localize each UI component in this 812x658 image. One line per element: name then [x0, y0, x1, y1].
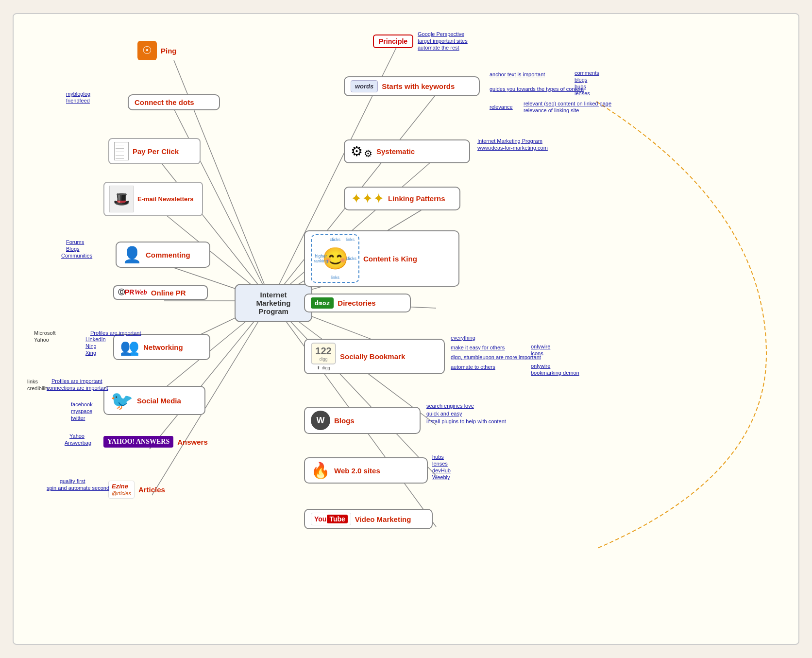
linking-label: Linking Patterns: [388, 194, 445, 203]
socially-node: 122 digg ⬆ digg Socially Bookmark: [304, 339, 445, 374]
make-easy-link[interactable]: make it easy for others: [451, 345, 505, 350]
ideas-marketing-link[interactable]: www.ideas-for-marketing.com: [477, 145, 548, 151]
spin-automate-link[interactable]: spin and automate second: [47, 485, 109, 491]
youtube-logo: You Tube: [311, 513, 351, 525]
forums-link[interactable]: Forums: [66, 239, 84, 245]
principle-node: Principle: [373, 35, 413, 48]
connections-link[interactable]: connections are important: [47, 385, 108, 391]
ppc-doc-icon: ────────────────────: [114, 142, 129, 160]
imarketing-link[interactable]: Internet Marketing Program: [477, 138, 542, 144]
mind-map: Internet Marketing Program ☉ Ping Connec…: [13, 13, 799, 645]
credibility-text: credibility: [27, 385, 50, 391]
search-engines-love-link[interactable]: search engines love: [426, 403, 474, 409]
ppc-label: Pay Per Click: [133, 147, 179, 156]
communities-link[interactable]: Communities: [61, 253, 92, 259]
myspace-link[interactable]: myspace: [71, 408, 92, 414]
automate-others-link[interactable]: automate to others: [451, 364, 495, 370]
ning-link[interactable]: Ning: [85, 343, 97, 349]
web20-label: Web 2.0 sites: [334, 467, 380, 475]
social-label: Social Media: [137, 397, 181, 405]
yahoo-answers-logo: YAHOO! ANSWERS: [103, 436, 173, 448]
commenting-person-icon: 👤: [122, 245, 142, 264]
digg-brand: digg: [314, 357, 333, 362]
directories-label: Directories: [338, 299, 375, 307]
bookmarking-demon-link[interactable]: bookmarking demon: [531, 370, 579, 376]
dmoz-icon: dmoz: [311, 297, 334, 309]
linkedin-link[interactable]: LinkedIn: [85, 336, 106, 342]
onlinepr-node: ⒸPRWeb Online PR: [113, 285, 208, 300]
keywords-icon: words: [351, 80, 378, 92]
relevance-linking-link[interactable]: relevance of linking site: [524, 107, 579, 113]
weebly-link[interactable]: Weebly: [432, 474, 450, 480]
answers-label: Answers: [177, 438, 208, 446]
automate-rest-link[interactable]: automate the rest: [418, 45, 459, 51]
connect-label: Connect the dots: [135, 98, 194, 106]
hubs-link[interactable]: hubs: [575, 84, 586, 89]
video-label: Video Marketing: [355, 515, 411, 523]
everything-link[interactable]: everything: [451, 335, 475, 341]
networking-node: 👥 Networking: [113, 334, 210, 360]
email-label: E-mail Newsletters: [137, 195, 194, 203]
articles-label: Articles: [138, 485, 165, 494]
svg-line-2: [157, 157, 271, 301]
lenses-web20-link[interactable]: lenses: [432, 461, 448, 467]
lenses-link[interactable]: lenses: [575, 90, 590, 96]
twitter-link[interactable]: twitter: [71, 415, 85, 421]
networking-people-icon: 👥: [120, 338, 139, 356]
blogs-comm-link[interactable]: Blogs: [66, 246, 80, 252]
profiles-net-link[interactable]: Profiles are important: [90, 330, 141, 336]
xing-link[interactable]: Xing: [85, 350, 96, 356]
principle-label: Principle: [379, 37, 407, 45]
relevance-text[interactable]: relevance: [490, 104, 513, 110]
digg-number: 122: [314, 346, 333, 357]
links-top-label: links: [346, 237, 355, 242]
blogs-node: W Blogs: [304, 407, 421, 434]
digg-count-box: 122 digg: [311, 343, 336, 364]
socially-label: Socially Bookmark: [340, 352, 405, 361]
blogs-kw-link[interactable]: blogs: [575, 77, 587, 83]
ping-node: ☉ Ping: [137, 41, 177, 60]
web20-node: 🔥 Web 2.0 sites: [304, 457, 428, 484]
content-smiley-box: clicks links 😊 links higherranking click…: [311, 234, 359, 283]
connect-node: Connect the dots: [128, 94, 220, 110]
keywords-node: words Starts with keywords: [344, 76, 480, 96]
social-node: 🐦 Social Media: [103, 386, 205, 415]
answerbag-link[interactable]: Answerbag: [65, 440, 91, 446]
icons-link[interactable]: icons: [531, 350, 543, 356]
target-sites-link[interactable]: target important sites: [418, 38, 468, 44]
onlywire1-link[interactable]: onlywire: [531, 344, 550, 349]
onlywire2-link[interactable]: onlywire: [531, 363, 550, 369]
comments-link[interactable]: comments: [575, 70, 599, 76]
svg-line-18: [271, 301, 436, 476]
hubs-web20-link[interactable]: hubs: [432, 454, 444, 460]
google-perspective-link[interactable]: Google Perspective: [418, 31, 464, 37]
microsoft-text: Microsoft: [34, 330, 56, 336]
gear1-icon: ⚙: [351, 143, 363, 159]
guides-types-link[interactable]: guides you towards the types of content: [490, 86, 584, 92]
email-photo-icon: 🎩: [109, 186, 134, 212]
youtube-tube-box: Tube: [327, 515, 347, 523]
quality-first-link[interactable]: quality first: [60, 478, 85, 484]
devhub-link[interactable]: devHub: [432, 468, 451, 473]
video-node: You Tube Video Marketing: [304, 509, 433, 529]
clicks-top-label: clicks: [330, 237, 340, 242]
facebook-link[interactable]: facebook: [71, 401, 93, 407]
center-node: Internet Marketing Program: [235, 284, 312, 322]
rss-icon: ☉: [137, 41, 157, 60]
profiles-social-link[interactable]: Profiles are important: [51, 378, 102, 384]
friendfeed-link[interactable]: friendfeed: [66, 98, 90, 104]
gears-icon: ⚙ ⚙: [351, 143, 372, 159]
install-plugins-link[interactable]: install plugins to help with content: [426, 418, 506, 424]
yahoo-ans-link[interactable]: Yahoo: [69, 433, 85, 439]
yahoo-net-text: Yahoo: [34, 337, 49, 343]
anchor-text-link[interactable]: anchor text is important: [490, 71, 545, 77]
gear2-icon: ⚙: [364, 148, 372, 159]
relevant-seo-link[interactable]: relevant (seo) content on linked page: [524, 101, 611, 106]
systematic-node: ⚙ ⚙ Systematic: [344, 139, 470, 163]
digg-stumble-link[interactable]: digg, stumbleupon are more important: [451, 354, 541, 360]
prweb-logo: ⒸPRWeb: [118, 288, 147, 297]
mybloglog-link[interactable]: mybloglog: [66, 91, 90, 97]
youtube-you-text: You: [314, 515, 326, 523]
wordpress-icon: W: [311, 411, 330, 430]
quick-easy-link[interactable]: quick and easy: [426, 411, 462, 416]
